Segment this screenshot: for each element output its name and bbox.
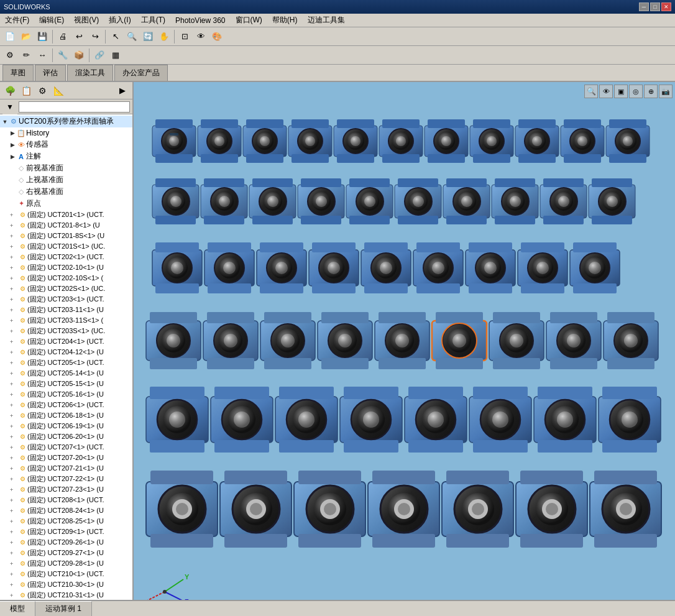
open-button[interactable]: 📂 bbox=[19, 29, 34, 44]
pan-button[interactable]: ✋ bbox=[157, 29, 172, 44]
tree-part-item-22[interactable]: + ⚙ (固定) UCT207<1> (UCT. bbox=[0, 442, 132, 453]
tree-part-item-27[interactable]: + ⚙ (固定) UCT208<1> (UCT. bbox=[0, 495, 132, 505]
pattern-button[interactable]: ▦ bbox=[108, 48, 123, 63]
tree-part-item-32[interactable]: + ⚙ (固定) UCT209-27<1> (U bbox=[0, 548, 132, 558]
tree-part-item-12[interactable]: + ⚙ (固定) UCT204<1> (UCT. bbox=[0, 336, 132, 347]
minimize-button[interactable]: ─ bbox=[639, 2, 649, 11]
tree-plane-right[interactable]: ▶ ◇ 右视基准面 bbox=[0, 186, 132, 198]
expand-panel-button[interactable]: ▶ bbox=[115, 83, 130, 98]
dimension-button[interactable]: ↔ bbox=[35, 48, 50, 63]
tree-part-item-8[interactable]: + ⚙ (固定) UCT203<1> (UCT. bbox=[0, 294, 132, 305]
new-button[interactable]: 📄 bbox=[2, 29, 17, 44]
tree-root-item[interactable]: ▼ ⚙ UCT200系列带座外球面轴承 bbox=[0, 116, 132, 127]
component-button[interactable]: 📦 bbox=[71, 48, 86, 63]
tree-part-item-34[interactable]: + ⚙ (固定) UCT210<1> (UCT. bbox=[0, 569, 132, 579]
tree-part-item-29[interactable]: + ⚙ (固定) UCT208-25<1> (U bbox=[0, 516, 132, 526]
render-button[interactable]: 🎨 bbox=[209, 29, 224, 44]
tree-part-item-26[interactable]: + ⚙ (固定) UCT207-23<1> (U bbox=[0, 484, 132, 495]
tree-part-item-17[interactable]: + ⚙ (固定) UCT205-16<1> (U bbox=[0, 389, 132, 400]
root-expand[interactable]: ▼ bbox=[1, 118, 9, 126]
close-button[interactable]: ✕ bbox=[661, 2, 671, 11]
tree-part-item-23[interactable]: + ⚙ (固定) UCT207-20<1> (U bbox=[0, 453, 132, 463]
tree-part-item-36[interactable]: + ⚙ (固定) UCT210-31<1> (U bbox=[0, 590, 132, 600]
menu-edit[interactable]: 编辑(E) bbox=[34, 14, 69, 27]
tree-part-item-30[interactable]: + ⚙ (固定) UCT209<1> (UCT. bbox=[0, 526, 132, 537]
rotate-button[interactable]: 🔄 bbox=[140, 29, 155, 44]
tree-annotations[interactable]: ▶ A 注解 bbox=[0, 150, 132, 162]
mate-button[interactable]: 🔗 bbox=[92, 48, 107, 63]
tree-part-item-35[interactable]: + ⚙ (固定) UCT210-30<1> (U bbox=[0, 579, 132, 590]
menu-tools[interactable]: 工具(T) bbox=[136, 14, 170, 27]
annot-expand[interactable]: ▶ bbox=[9, 153, 16, 160]
filter-input[interactable] bbox=[19, 101, 130, 113]
tree-part-item-19[interactable]: + ⚙ (固定) UCT206-18<1> (U bbox=[0, 410, 132, 421]
svg-point-84 bbox=[267, 196, 278, 207]
tab-render[interactable]: 渲染工具 bbox=[67, 65, 113, 81]
tree-history[interactable]: ▶ 📋 History bbox=[0, 127, 132, 139]
statusbar-motion-tab[interactable]: 运动算例 1 bbox=[35, 601, 92, 616]
tree-plane-top[interactable]: ▶ ◇ 上视基准面 bbox=[0, 174, 132, 186]
tree-part-item-10[interactable]: + ⚙ (固定) UCT203-11S<1> ( bbox=[0, 315, 132, 326]
svg-rect-152 bbox=[364, 242, 408, 252]
feature-manager-icon[interactable]: 🌳 bbox=[2, 83, 17, 98]
tree-part-item-6[interactable]: + ⚙ (固定) UCT202-10S<1> ( bbox=[0, 273, 132, 283]
tree-part-item-16[interactable]: + ⚙ (固定) UCT205-15<1> (U bbox=[0, 379, 132, 389]
tree-part-item-4[interactable]: + ⚙ (固定) UCT202<1> (UCT. bbox=[0, 252, 132, 262]
menu-maidi[interactable]: 迈迪工具集 bbox=[303, 14, 350, 27]
tree-part-item-3[interactable]: + ⚙ (固定) UCT201S<1> (UC. bbox=[0, 241, 132, 252]
tree-part-item-24[interactable]: + ⚙ (固定) UCT207-21<1> (U bbox=[0, 463, 132, 474]
tree-part-item-1[interactable]: + ⚙ (固定) UCT201-8<1> (U bbox=[0, 220, 132, 231]
tab-sketch[interactable]: 草图 bbox=[2, 65, 34, 81]
assembly-button[interactable]: 🔧 bbox=[55, 48, 70, 63]
tree-part-item-2[interactable]: + ⚙ (固定) UCT201-8S<1> (U bbox=[0, 231, 132, 241]
filter-icon[interactable]: ▼ bbox=[2, 99, 17, 114]
save-button[interactable]: 💾 bbox=[35, 29, 50, 44]
feature-button[interactable]: ⚙ bbox=[2, 48, 17, 63]
tree-part-item-5[interactable]: + ⚙ (固定) UCT202-10<1> (U bbox=[0, 262, 132, 273]
tab-evaluate[interactable]: 评估 bbox=[35, 65, 66, 81]
config-manager-icon[interactable]: ⚙ bbox=[35, 83, 50, 98]
tree-part-item-21[interactable]: + ⚙ (固定) UCT206-20<1> (U bbox=[0, 431, 132, 442]
tree-part-item-11[interactable]: + ⚙ (固定) UCT203S<1> (UC. bbox=[0, 326, 132, 336]
tree-origin[interactable]: ▶ ✦ 原点 bbox=[0, 198, 132, 209]
menu-file[interactable]: 文件(F) bbox=[0, 14, 34, 27]
tree-part-item-33[interactable]: + ⚙ (固定) UCT209-28<1> (U bbox=[0, 558, 132, 569]
tree-part-item-18[interactable]: + ⚙ (固定) UCT206<1> (UCT. bbox=[0, 400, 132, 410]
zoom-button[interactable]: 🔍 bbox=[124, 29, 139, 44]
select-button[interactable]: ↖ bbox=[108, 29, 123, 44]
sketch-button[interactable]: ✏ bbox=[19, 48, 34, 63]
tree-plane-front[interactable]: ▶ ◇ 前视基准面 bbox=[0, 162, 132, 174]
menu-photoview[interactable]: PhotoView 360 bbox=[170, 15, 231, 26]
view-button[interactable]: 👁 bbox=[193, 29, 208, 44]
dimxpert-icon[interactable]: 📐 bbox=[51, 83, 66, 98]
fit-button[interactable]: ⊡ bbox=[177, 29, 192, 44]
maximize-button[interactable]: □ bbox=[650, 2, 660, 11]
tree-part-item-20[interactable]: + ⚙ (固定) UCT206-19<1> (U bbox=[0, 421, 132, 431]
tree-part-item-14[interactable]: + ⚙ (固定) UCT205<1> (UCT. bbox=[0, 357, 132, 368]
redo-button[interactable]: ↪ bbox=[88, 29, 103, 44]
undo-button[interactable]: ↩ bbox=[71, 29, 86, 44]
sensors-expand[interactable]: ▶ bbox=[9, 141, 16, 149]
menu-view[interactable]: 视图(V) bbox=[69, 14, 104, 27]
menu-insert[interactable]: 插入(I) bbox=[104, 14, 135, 27]
tree-part-item-13[interactable]: + ⚙ (固定) UCT204-12<1> (U bbox=[0, 347, 132, 357]
tree-part-item-25[interactable]: + ⚙ (固定) UCT207-22<1> (U bbox=[0, 474, 132, 484]
property-manager-icon[interactable]: 📋 bbox=[19, 83, 34, 98]
tree-part-item-15[interactable]: + ⚙ (固定) UCT205-14<1> (U bbox=[0, 368, 132, 379]
tree-part-item-7[interactable]: + ⚙ (固定) UCT202S<1> (UC. bbox=[0, 283, 132, 294]
history-expand[interactable]: ▶ bbox=[9, 129, 16, 137]
svg-rect-92 bbox=[349, 178, 390, 187]
tree-part-item-0[interactable]: + ⚙ (固定) UCT201<1> (UCT. bbox=[0, 209, 132, 220]
viewport[interactable]: 🔍 👁 ▣ ◎ ⊕ 📷 bbox=[134, 82, 675, 600]
tree-part-item-28[interactable]: + ⚙ (固定) UCT208-24<1> (U bbox=[0, 505, 132, 516]
tree-sensors[interactable]: ▶ 👁 传感器 bbox=[0, 139, 132, 150]
svg-rect-129 bbox=[155, 283, 199, 293]
tree-part-item-31[interactable]: + ⚙ (固定) UCT209-26<1> (U bbox=[0, 537, 132, 548]
print-button[interactable]: 🖨 bbox=[55, 29, 70, 44]
svg-rect-255 bbox=[344, 387, 398, 399]
tree-part-item-9[interactable]: + ⚙ (固定) UCT203-11<1> (U bbox=[0, 305, 132, 315]
statusbar-model-tab[interactable]: 模型 bbox=[0, 601, 35, 616]
menu-help[interactable]: 帮助(H) bbox=[267, 14, 303, 27]
menu-window[interactable]: 窗口(W) bbox=[231, 14, 267, 27]
tab-office[interactable]: 办公室产品 bbox=[114, 65, 168, 81]
